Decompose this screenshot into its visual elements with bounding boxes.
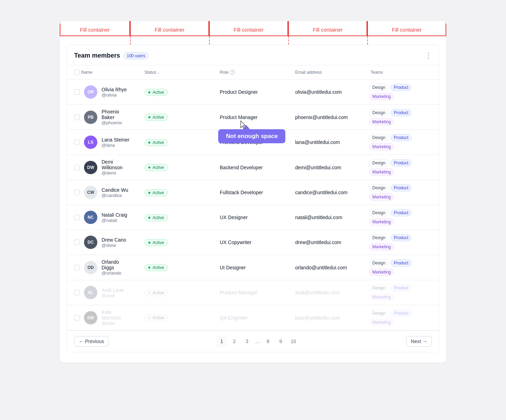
team-tag-product[interactable]: Product: [391, 284, 411, 291]
row-checkbox[interactable]: [74, 239, 80, 245]
teams-cell: DesignProductMarketing: [364, 306, 439, 330]
role-cell: Product Manager: [213, 286, 288, 300]
name-cell: PBPhoenix Baker@phoenix: [67, 105, 137, 130]
user-name: Demi Wilkinson: [102, 159, 130, 170]
page-num-9[interactable]: 9: [275, 336, 286, 347]
team-tag-product[interactable]: Product: [391, 84, 411, 91]
status-badge: Active: [144, 139, 168, 146]
status-badge: Active: [144, 314, 168, 321]
team-tag-design[interactable]: Design: [369, 310, 389, 317]
page-num-10[interactable]: 10: [288, 336, 299, 347]
team-tag-marketing[interactable]: Marketing: [369, 294, 394, 301]
prev-button[interactable]: ← Previous: [74, 336, 109, 347]
fill-container-row: Fill container Fill container Fill conta…: [60, 21, 446, 36]
table-row[interactable]: KMKate Morrison@kateActiveQA Engineerkat…: [67, 305, 439, 330]
select-all-checkbox[interactable]: [74, 70, 80, 75]
team-tag-product[interactable]: Product: [391, 134, 411, 141]
name-cell: ODOrlando Diggs@orlando: [67, 255, 137, 280]
team-tag-design[interactable]: Design: [369, 234, 389, 241]
email-cell: olivia@untitledui.com: [288, 85, 364, 99]
table-row[interactable]: ALAndi Lane@andiActiveProduct Managerand…: [67, 280, 439, 305]
team-tag-marketing[interactable]: Marketing: [369, 243, 394, 250]
teams-cell: DesignProductMarketing: [364, 280, 439, 305]
team-tag-design[interactable]: Design: [369, 84, 389, 91]
table-row[interactable]: LSLana Steiner@lanaActiveFrontend Develo…: [67, 130, 439, 155]
team-tag-design[interactable]: Design: [369, 284, 389, 291]
user-name: Phoenix Baker: [102, 109, 130, 120]
status-badge: Active: [144, 239, 168, 246]
name-cell: LSLana Steiner@lana: [67, 131, 137, 153]
role-cell: Fullstack Developer: [213, 185, 288, 199]
row-checkbox[interactable]: [74, 190, 80, 195]
user-name: Olivia Rhye: [102, 87, 127, 92]
page-num-1[interactable]: 1: [216, 336, 227, 347]
table-row[interactable]: DCDrew Cano@drewActiveUX Copywriterdrew@…: [67, 230, 439, 255]
email-cell: candice@untitledui.com: [288, 185, 364, 199]
team-tag-marketing[interactable]: Marketing: [369, 169, 394, 176]
role-cell: Frontend Developer: [213, 135, 288, 149]
table-title: Team members: [74, 52, 120, 59]
team-tag-product[interactable]: Product: [391, 310, 411, 317]
avatar: LS: [84, 136, 97, 149]
table-row[interactable]: ODOrlando Diggs@orlandoActiveUI Designer…: [67, 255, 439, 280]
page-num-2[interactable]: 2: [229, 336, 240, 347]
page-num-3[interactable]: 3: [241, 336, 253, 347]
team-tag-design[interactable]: Design: [369, 134, 389, 141]
table-row[interactable]: OROlivia Rhye@oliviaActiveProduct Design…: [67, 80, 439, 105]
table-row[interactable]: PBPhoenix Baker@phoenixActiveProduct Man…: [67, 105, 439, 130]
row-checkbox[interactable]: [74, 165, 80, 170]
name-cell: OROlivia Rhye@olivia: [67, 81, 137, 103]
fill-container-label-1: Fill container: [60, 21, 130, 35]
team-tag-product[interactable]: Product: [391, 234, 411, 241]
team-tag-design[interactable]: Design: [369, 184, 389, 191]
next-button[interactable]: Next →: [406, 336, 432, 347]
pagination: ← Previous 1 2 3 ... 8 9 10 Next →: [67, 330, 439, 352]
team-tag-marketing[interactable]: Marketing: [369, 319, 394, 326]
row-checkbox[interactable]: [74, 290, 80, 295]
teams-cell: DesignProductMarketing: [364, 205, 439, 230]
avatar: PB: [84, 111, 97, 124]
user-name: Kate Morrison: [102, 309, 130, 321]
team-tag-marketing[interactable]: Marketing: [369, 218, 394, 225]
status-cell: Active: [137, 134, 213, 150]
col-header-status[interactable]: Status ↓: [137, 65, 213, 79]
team-tag-product[interactable]: Product: [391, 184, 411, 191]
role-cell: Backend Developer: [213, 160, 288, 175]
team-tag-marketing[interactable]: Marketing: [369, 93, 394, 100]
avatar: DC: [84, 236, 97, 249]
team-tag-design[interactable]: Design: [369, 159, 389, 166]
team-tag-marketing[interactable]: Marketing: [369, 269, 394, 276]
fill-container-label-2: Fill container: [130, 21, 209, 35]
team-tag-product[interactable]: Product: [391, 209, 411, 216]
fill-container-label-3: Fill container: [209, 21, 288, 35]
team-tag-marketing[interactable]: Marketing: [369, 143, 394, 150]
team-tag-design[interactable]: Design: [369, 209, 389, 216]
table-row[interactable]: NCNatali Craig@nataliActiveUX Designerna…: [67, 205, 439, 230]
table-row[interactable]: DWDemi Wilkinson@demiActiveBackend Devel…: [67, 155, 439, 180]
page-num-8[interactable]: 8: [262, 336, 274, 347]
team-tag-design[interactable]: Design: [369, 260, 389, 267]
user-handle: @candice: [102, 193, 128, 198]
more-options-button[interactable]: ⋮: [425, 52, 432, 59]
row-checkbox[interactable]: [74, 265, 80, 270]
name-cell: DWDemi Wilkinson@demi: [67, 155, 137, 180]
avatar: DW: [84, 161, 97, 174]
status-cell: Active: [137, 210, 213, 225]
row-checkbox[interactable]: [74, 215, 80, 220]
team-tag-marketing[interactable]: Marketing: [369, 193, 394, 201]
team-tag-marketing[interactable]: Marketing: [369, 118, 394, 125]
user-handle: @lana: [102, 143, 129, 148]
team-tag-design[interactable]: Design: [369, 109, 389, 116]
row-checkbox[interactable]: [74, 139, 80, 145]
teams-cell: DesignProductMarketing: [364, 255, 439, 280]
team-tag-product[interactable]: Product: [391, 109, 411, 116]
email-cell: natali@untitledui.com: [288, 210, 364, 224]
col-header-teams: Teams: [364, 65, 439, 79]
row-checkbox[interactable]: [74, 114, 80, 120]
team-tag-product[interactable]: Product: [391, 159, 411, 166]
status-cell: Active: [137, 285, 213, 301]
team-tag-product[interactable]: Product: [391, 260, 411, 267]
row-checkbox[interactable]: [74, 89, 80, 95]
table-row[interactable]: CWCandice Wu@candiceActiveFullstack Deve…: [67, 180, 439, 205]
row-checkbox[interactable]: [74, 315, 80, 321]
